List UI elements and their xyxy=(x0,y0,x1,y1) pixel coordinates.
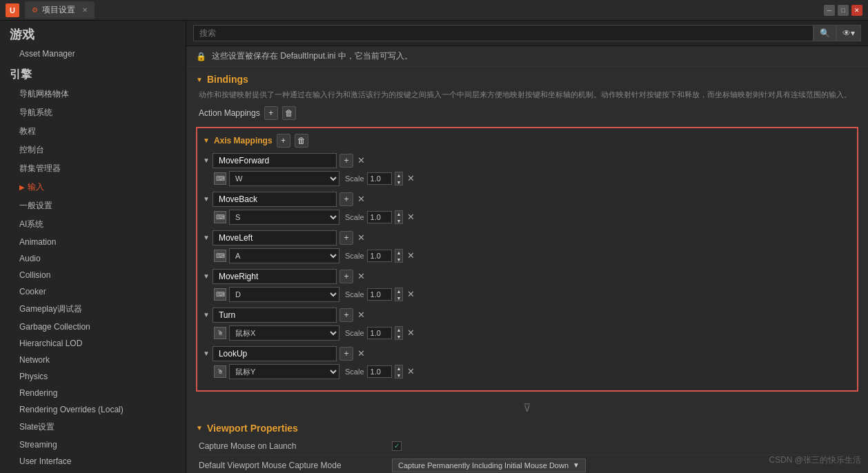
close-button[interactable]: ✕ xyxy=(851,5,862,16)
moveleft-add-button[interactable]: + xyxy=(339,231,353,245)
turn-add-button[interactable]: + xyxy=(339,308,353,322)
moveforward-delete-button[interactable]: ✕ xyxy=(356,155,366,165)
turn-scale-up[interactable]: ▲ xyxy=(395,327,403,334)
view-options-button[interactable]: 👁▾ xyxy=(836,25,861,41)
moveback-scale-down[interactable]: ▼ xyxy=(395,218,403,224)
turn-key-select[interactable]: 鼠标X xyxy=(229,325,339,341)
sidebar-item-rendering-overrides[interactable]: Rendering Overrides (Local) xyxy=(0,401,186,418)
search-input[interactable] xyxy=(193,25,813,41)
capture-mouse-checkbox[interactable]: ✓ xyxy=(392,441,402,451)
lookup-scale-up[interactable]: ▲ xyxy=(395,365,403,372)
moveleft-key-select[interactable]: A xyxy=(229,248,339,263)
moveright-scale-input[interactable] xyxy=(367,288,392,301)
moveback-add-button[interactable]: + xyxy=(339,192,353,206)
sidebar-game-section: 游戏 xyxy=(0,21,186,46)
moveright-scale-up[interactable]: ▲ xyxy=(395,288,403,295)
sidebar-item-cooker[interactable]: Cooker xyxy=(0,283,186,300)
moveleft-scale-input[interactable] xyxy=(367,250,392,262)
turn-scale-down[interactable]: ▼ xyxy=(395,334,403,340)
lookup-name-input[interactable] xyxy=(213,346,337,361)
lookup-delete-button[interactable]: ✕ xyxy=(356,348,366,359)
turn-delete-button[interactable]: ✕ xyxy=(356,310,366,320)
lookup-add-button[interactable]: + xyxy=(339,347,353,361)
bindings-arrow-icon: ▼ xyxy=(196,76,203,83)
sidebar-item-navsystem[interactable]: 导航系统 xyxy=(0,103,186,122)
moveforward-name-input[interactable] xyxy=(213,153,337,168)
sidebar-item-rendering[interactable]: Rendering xyxy=(0,385,186,401)
tab-close-icon[interactable]: ✕ xyxy=(82,6,88,14)
axis-mappings-add-button[interactable]: + xyxy=(277,134,290,148)
sidebar-item-streaming[interactable]: Streaming xyxy=(0,436,186,453)
sidebar-item-physics[interactable]: Physics xyxy=(0,368,186,385)
moveforward-add-button[interactable]: + xyxy=(339,154,353,168)
lookup-key-delete-button[interactable]: ✕ xyxy=(406,366,416,376)
moveforward-scale-down[interactable]: ▼ xyxy=(395,179,403,185)
axis-mappings-delete-button[interactable]: 🗑 xyxy=(295,134,308,148)
restore-button[interactable]: □ xyxy=(838,5,849,16)
moveforward-scale-input[interactable] xyxy=(367,172,392,185)
moveback-key-select[interactable]: S xyxy=(229,210,339,225)
sidebar-item-ai[interactable]: AI系统 xyxy=(0,215,186,234)
sidebar-item-audio[interactable]: Audio xyxy=(0,250,186,267)
moveright-add-button[interactable]: + xyxy=(339,270,353,283)
moveleft-scale-arrows[interactable]: ▲ ▼ xyxy=(395,249,404,263)
moveforward-scale-up[interactable]: ▲ xyxy=(395,172,403,179)
sidebar-item-garbage-collection[interactable]: Garbage Collection xyxy=(0,319,186,335)
moveback-delete-button[interactable]: ✕ xyxy=(356,194,366,204)
sidebar-item-asset-manager[interactable]: Asset Manager xyxy=(0,46,186,62)
moveforward-key-delete-button[interactable]: ✕ xyxy=(406,173,416,183)
moveforward-scale-arrows[interactable]: ▲ ▼ xyxy=(395,172,404,185)
moveleft-name-input[interactable] xyxy=(213,230,337,245)
turn-scale-input[interactable] xyxy=(367,327,392,339)
sidebar-item-navmesh[interactable]: 导航网格物体 xyxy=(0,85,186,103)
minimize-button[interactable]: ─ xyxy=(824,5,835,16)
moveright-name-input[interactable] xyxy=(213,269,337,284)
sidebar-item-input[interactable]: ▶ 输入 xyxy=(0,178,186,197)
sidebar-item-hierarchical-lod[interactable]: Hierarchical LOD xyxy=(0,335,186,352)
search-button[interactable]: 🔍 xyxy=(813,25,836,41)
moveback-scale-arrows[interactable]: ▲ ▼ xyxy=(395,210,404,224)
lookup-arrow-icon: ▼ xyxy=(203,350,210,357)
moveright-delete-button[interactable]: ✕ xyxy=(356,271,366,281)
moveleft-delete-button[interactable]: ✕ xyxy=(356,232,366,243)
content-scroll[interactable]: ▼ Bindings 动作和按键映射提供了一种通过在输入行为和激活该行为的按键之… xyxy=(186,67,868,473)
moveforward-key-select[interactable]: W xyxy=(229,171,339,186)
moveleft-scale-up[interactable]: ▲ xyxy=(395,250,403,256)
lookup-scale-input[interactable] xyxy=(367,365,392,378)
mapping-entry-lookup: ▼ + ✕ 🖱 鼠标Y Scale ▲ ▼ xyxy=(203,346,851,379)
turn-scale-arrows[interactable]: ▲ ▼ xyxy=(395,326,404,340)
moveleft-scale-down[interactable]: ▼ xyxy=(395,256,403,263)
moveback-scale-input[interactable] xyxy=(367,211,392,223)
sidebar-item-tutorial[interactable]: 教程 xyxy=(0,122,186,141)
action-mappings-add-button[interactable]: + xyxy=(264,106,278,120)
sidebar-item-slate[interactable]: Slate设置 xyxy=(0,418,186,436)
moveright-scale-down[interactable]: ▼ xyxy=(395,295,403,301)
moveback-name-input[interactable] xyxy=(213,192,337,207)
lookup-scale-arrows[interactable]: ▲ ▼ xyxy=(395,365,404,379)
turn-name-input[interactable] xyxy=(213,308,337,323)
capture-mode-dropdown[interactable]: Capture Permanently Including Initial Mo… xyxy=(392,459,586,472)
sidebar-item-network[interactable]: Network xyxy=(0,352,186,368)
sidebar-item-collision[interactable]: Collision xyxy=(0,267,186,283)
lookup-scale-down[interactable]: ▼ xyxy=(395,372,403,379)
capture-mouse-row: Capture Mouse on Launch ✓ xyxy=(196,438,858,455)
moveback-key-delete-button[interactable]: ✕ xyxy=(406,212,416,222)
project-settings-tab[interactable]: ⚙ 项目设置 ✕ xyxy=(25,1,95,19)
moveright-scale-arrows[interactable]: ▲ ▼ xyxy=(395,288,404,301)
turn-scale-label: Scale xyxy=(345,329,364,337)
sidebar-item-crowd[interactable]: 群集管理器 xyxy=(0,159,186,178)
moveback-scale-up[interactable]: ▲ xyxy=(395,211,403,218)
moveleft-key-delete-button[interactable]: ✕ xyxy=(406,250,416,261)
sidebar-item-console[interactable]: 控制台 xyxy=(0,141,186,159)
sidebar-item-general[interactable]: 一般设置 xyxy=(0,197,186,215)
action-mappings-delete-button[interactable]: 🗑 xyxy=(282,106,296,120)
lookup-key-select[interactable]: 鼠标Y xyxy=(229,364,339,379)
sidebar-item-animation[interactable]: Animation xyxy=(0,234,186,250)
axis-mappings-box: ▼ Axis Mappings + 🗑 ▼ + ✕ ⌨ xyxy=(196,127,858,392)
sidebar-item-user-interface[interactable]: User Interface xyxy=(0,453,186,470)
sidebar-item-gameplay-debugger[interactable]: Gameplay调试器 xyxy=(0,300,186,319)
moveright-key-delete-button[interactable]: ✕ xyxy=(406,289,416,299)
moveback-arrow-icon: ▼ xyxy=(203,195,210,203)
turn-key-delete-button[interactable]: ✕ xyxy=(406,328,416,338)
moveright-key-select[interactable]: D xyxy=(229,287,339,302)
